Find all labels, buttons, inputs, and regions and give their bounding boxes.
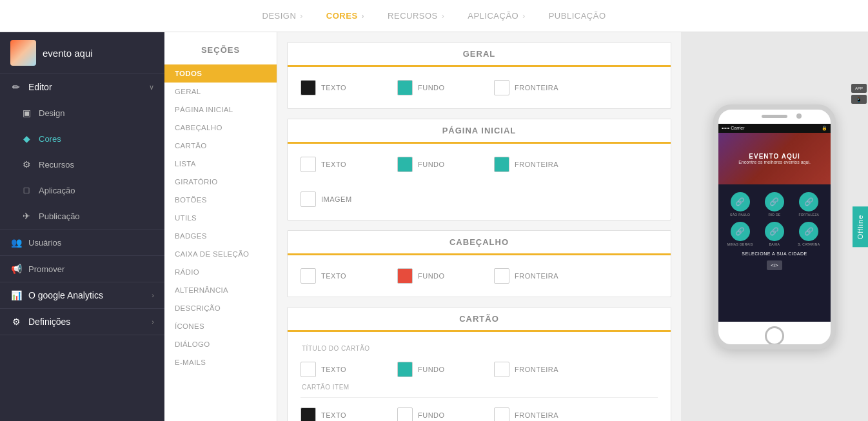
nav-arrow-2: › bbox=[362, 12, 365, 21]
nav-design-label: DESIGN bbox=[262, 11, 297, 21]
phone-city-label: SÃO PAULO bbox=[730, 213, 750, 217]
sidebar-analytics-label: O google Analytics bbox=[28, 290, 103, 300]
phone-grid-item: 🔗BAHIA bbox=[758, 222, 790, 246]
section-list-item[interactable]: DIÁLOGO bbox=[164, 335, 277, 353]
section-list-item[interactable]: RÁDIO bbox=[164, 263, 277, 281]
color-section-title: CARTÃO bbox=[288, 308, 671, 332]
main-layout: evento aqui ✏ Editor ∨ ▣ Design ◆ Cores … bbox=[0, 32, 868, 421]
color-row: TEXTOFUNDOFRONTEIRAIMAGEM bbox=[301, 153, 658, 210]
section-list-item[interactable]: ÍCONES bbox=[164, 317, 277, 335]
color-swatch[interactable] bbox=[397, 407, 413, 421]
nav-publicacao[interactable]: PUBLICAÇÃO bbox=[537, 0, 618, 32]
section-list-item[interactable]: LISTA bbox=[164, 155, 277, 173]
color-swatch[interactable] bbox=[301, 407, 316, 421]
section-list-item[interactable]: BADGES bbox=[164, 227, 277, 245]
section-list-item[interactable]: TODOS bbox=[164, 64, 277, 83]
color-swatch[interactable] bbox=[397, 80, 413, 95]
phone-grid-icon: 🔗 bbox=[731, 222, 750, 241]
phone-grid-icon: 🔗 bbox=[799, 192, 818, 211]
color-section: GERALTEXTOFUNDOFRONTEIRA bbox=[287, 42, 671, 109]
sidebar-item-analytics[interactable]: 📊 O google Analytics › bbox=[0, 282, 164, 308]
color-item: FUNDO bbox=[397, 157, 475, 172]
color-swatch[interactable] bbox=[494, 362, 509, 377]
color-label: FUNDO bbox=[418, 84, 445, 92]
color-label: FRONTEIRA bbox=[515, 84, 558, 92]
phone-status-right: 🔒 bbox=[822, 126, 827, 131]
offline-tab[interactable]: Offline bbox=[853, 206, 868, 247]
sidebar-item-usuarios[interactable]: 👥 Usuários bbox=[0, 230, 164, 255]
color-swatch[interactable] bbox=[494, 268, 509, 284]
color-swatch[interactable] bbox=[397, 157, 413, 172]
color-swatch[interactable] bbox=[494, 80, 509, 95]
sidebar-item-definicoes[interactable]: ⚙ Definições › bbox=[0, 309, 164, 335]
color-item: FUNDO bbox=[397, 268, 475, 284]
color-swatch[interactable] bbox=[301, 157, 316, 172]
sidebar-item-publicacao[interactable]: ✈ Publicação bbox=[0, 203, 164, 229]
color-swatch[interactable] bbox=[301, 268, 316, 284]
recursos-icon: ⚙ bbox=[21, 159, 32, 170]
editor-chevron-icon: ∨ bbox=[149, 83, 154, 92]
phone-city-label: RIO DE bbox=[768, 213, 780, 217]
sidebar-editor-section: ✏ Editor ∨ ▣ Design ◆ Cores ⚙ Recursos □… bbox=[0, 74, 164, 230]
sidebar-item-recursos[interactable]: ⚙ Recursos bbox=[0, 152, 164, 177]
section-list-item[interactable]: E-MAILS bbox=[164, 353, 277, 371]
color-section-title: GERAL bbox=[288, 43, 671, 67]
sidebar-usuarios-label: Usuários bbox=[28, 238, 61, 248]
nav-aplicacao[interactable]: APLICAÇÃO › bbox=[456, 0, 537, 32]
nav-recursos[interactable]: RECURSOS › bbox=[376, 0, 456, 32]
color-item: FRONTEIRA bbox=[494, 407, 571, 421]
section-list-item[interactable]: CARTÃO bbox=[164, 137, 277, 155]
sidebar-publicacao-label: Publicação bbox=[39, 211, 80, 221]
sidebar-definicoes-section: ⚙ Definições › bbox=[0, 309, 164, 335]
color-divider bbox=[301, 397, 658, 398]
color-item: FRONTEIRA bbox=[494, 157, 571, 172]
section-list-item[interactable]: BOTÕES bbox=[164, 191, 277, 209]
top-navigation: DESIGN › CORES › RECURSOS › APLICAÇÃO › … bbox=[0, 0, 868, 32]
sidebar-item-cores[interactable]: ◆ Cores bbox=[0, 126, 164, 152]
color-label: TEXTO bbox=[321, 84, 346, 92]
app-store-icons: APP 📱 bbox=[851, 84, 867, 104]
preview-panel: APP 📱 ••••• Carrier 🔒 EVENTO AQUI Enc bbox=[681, 32, 868, 421]
color-swatch[interactable] bbox=[494, 407, 509, 421]
color-swatch[interactable] bbox=[397, 362, 413, 377]
phone-status-left: ••••• Carrier bbox=[722, 126, 745, 130]
section-list-item[interactable]: PÁGINA INICIAL bbox=[164, 101, 277, 119]
nav-cores[interactable]: CORES › bbox=[315, 0, 376, 32]
section-list-item[interactable]: CAIXA DE SELEÇÃO bbox=[164, 245, 277, 263]
phone-home-button[interactable] bbox=[765, 326, 784, 346]
sidebar-definicoes-label: Definições bbox=[28, 317, 70, 327]
color-swatch[interactable] bbox=[301, 191, 316, 207]
color-item: FUNDO bbox=[397, 80, 475, 95]
app-store-icon-app[interactable]: APP bbox=[851, 84, 867, 93]
phone-city-label: S. CATARINA bbox=[798, 242, 820, 246]
color-item: TEXTO bbox=[301, 268, 378, 284]
sidebar-promover-section: 📢 Promover bbox=[0, 256, 164, 282]
sidebar-promover-label: Promover bbox=[28, 264, 64, 274]
app-store-icon-mobile[interactable]: 📱 bbox=[851, 95, 867, 104]
cores-icon: ◆ bbox=[21, 133, 32, 144]
color-swatch[interactable] bbox=[301, 362, 316, 377]
sidebar-aplicacao-label: Aplicação bbox=[39, 186, 75, 195]
color-swatch[interactable] bbox=[494, 157, 509, 172]
phone-grid-item: 🔗S. CATARINA bbox=[793, 222, 825, 246]
color-label: TEXTO bbox=[321, 411, 346, 419]
section-list-item[interactable]: GERAL bbox=[164, 83, 277, 101]
sidebar-item-editor[interactable]: ✏ Editor ∨ bbox=[0, 74, 164, 100]
sidebar-item-promover[interactable]: 📢 Promover bbox=[0, 256, 164, 282]
sidebar-item-aplicacao[interactable]: □ Aplicação bbox=[0, 177, 164, 203]
sidebar: evento aqui ✏ Editor ∨ ▣ Design ◆ Cores … bbox=[0, 32, 164, 421]
phone-grid-item: 🔗FORTALEZA bbox=[793, 192, 825, 217]
phone-city-label: MINAS GERAIS bbox=[727, 242, 753, 246]
sidebar-design-label: Design bbox=[39, 108, 64, 118]
color-item: FUNDO bbox=[397, 362, 475, 377]
section-list-item[interactable]: GIRATÓRIO bbox=[164, 173, 277, 191]
color-swatch[interactable] bbox=[397, 268, 413, 284]
section-list-item[interactable]: ALTERNÂNCIA bbox=[164, 281, 277, 299]
color-swatch[interactable] bbox=[301, 80, 316, 95]
section-list-item[interactable]: CABEÇALHO bbox=[164, 119, 277, 137]
section-list-item[interactable]: UTILS bbox=[164, 209, 277, 227]
color-row: TEXTOFUNDOFRONTEIRA bbox=[301, 358, 658, 380]
sidebar-item-design[interactable]: ▣ Design bbox=[0, 100, 164, 126]
nav-design[interactable]: DESIGN › bbox=[251, 0, 315, 32]
section-list-item[interactable]: DESCRIÇÃO bbox=[164, 299, 277, 317]
